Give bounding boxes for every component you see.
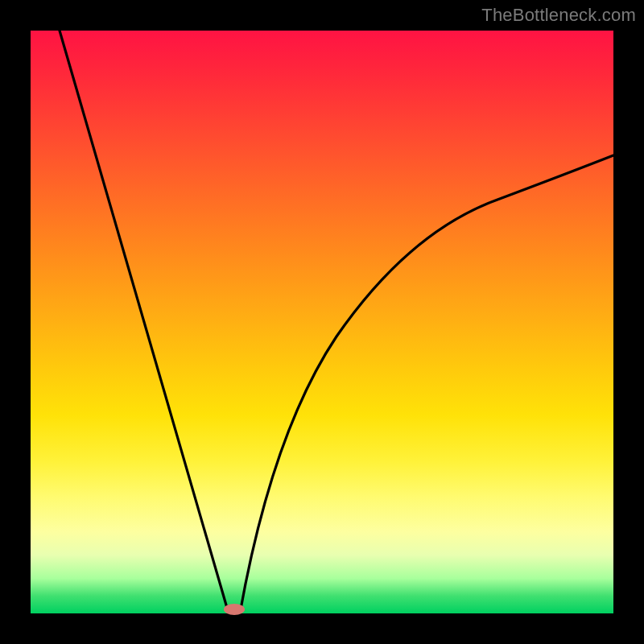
watermark-text: TheBottleneck.com <box>481 5 636 26</box>
curve-right-branch <box>240 155 613 613</box>
chart-frame: TheBottleneck.com <box>0 0 644 644</box>
plot-area <box>31 31 613 613</box>
curve-left-branch <box>60 31 229 613</box>
min-marker <box>224 604 245 615</box>
curve-svg <box>31 31 613 613</box>
